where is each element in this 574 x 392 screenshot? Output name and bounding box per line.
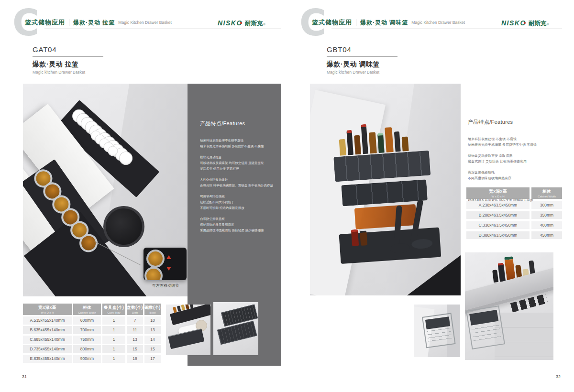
table-header-cell: 盘数(个)Dish [127,304,143,315]
brand-logo: NISKO 耐斯克 ® [218,19,265,28]
photo-pan [103,206,144,247]
photo-chrome-basket [466,305,505,349]
brand-logo-latin: NISKO [218,19,243,27]
features-heading: 产品特点/Features [200,120,279,127]
spec-cell: 1 [102,336,125,344]
spec-cell: 400mm [531,221,562,229]
spec-cell: 13 [144,326,161,334]
spec-cell: 800mm [73,345,101,353]
thumb-photo-left-2 [213,302,258,355]
product-name-cn: 爆款·灵动 拉篮 [33,60,103,69]
header-divider [356,19,356,26]
spec-cell: 17 [144,355,161,363]
page-header-left: 篮式储物应用 爆款·灵动 拉篮 Magic Kitchen Drawer Bas… [25,18,172,27]
thumb-photo-right-large [465,252,553,360]
feature-group: 模块化灵动组合 可移动底板及碗碟架 均可独立使用 且随意提取 灵活多变 使用方便… [200,154,279,172]
table-header-cell: 柜体Cabinet Width [73,304,101,315]
model-code: GAT04 [33,45,103,54]
spec-cell: 13 [127,336,143,344]
spec-cell: B.635x455x140mm [23,326,72,334]
photo-organizer-box [333,151,430,182]
photo-sauce-bottle [351,229,359,246]
header-rule [44,29,281,29]
logo-red-dot [524,22,526,24]
table-header-cell: 柜体Cabinet Width [531,187,562,199]
spec-cell: 300mm [531,201,562,209]
table-header-cell: 餐具盒(个)Cutly Tray [102,304,125,315]
product-name-en: Magic kitchen Drawer Basket [327,70,397,75]
thumb-photo-right-small [414,305,460,357]
spec-cell: D.735x455x140mm [23,345,72,353]
feature-group: 纳米科技表面处理 不生锈 不腐蚀 纳米表面光滑手感细腻 多层防护不生锈 不腐蚀 [468,136,563,148]
arrow-down-icon [166,267,171,271]
header-category: 篮式储物应用 [312,18,352,27]
page-number-left: 31 [22,374,27,379]
page-header-right: 篮式储物应用 爆款·灵动 调味篮 Magic Kitchen Drawer Ba… [312,18,465,27]
main-photo-right [310,84,461,295]
left-spec-table: 宽x深x高W x D x H 柜体Cabinet Width 餐具盒(个)Cut… [23,304,161,363]
brand-logo: NISKO 耐斯克 ® [501,19,549,28]
spec-cell: B.288x463.5x450mm [466,211,530,219]
header-divider [69,19,69,26]
title-rule [33,56,103,57]
product-title-left: GAT04 爆款·灵动 拉篮 Magic kitchen Drawer Bask… [33,45,103,75]
spec-cell: 10 [144,316,161,325]
spec-cell: D.388x463.5x450mm [466,231,530,239]
arrow-up-icon [166,255,171,259]
photo-spice-basket [331,118,442,272]
product-name-en: Magic kitchen Drawer Basket [33,70,103,75]
header-subtitle-en: Magic Kitchen Drawer Basket [118,20,172,25]
main-photo-left: 可左右移动调节 [23,84,188,296]
spec-cell: A.238x463.5x450mm [466,201,530,209]
spec-cell: 15 [127,345,143,353]
spec-cell: 7 [127,316,143,325]
table-header-cell: 宽x深x高W x D x H [23,304,72,315]
brand-logo-cn: 耐斯克 [245,20,263,28]
spec-cell: 19 [127,355,143,363]
page-number-right: 32 [556,374,561,379]
product-title-right: GBT04 爆款·灵动 调味篮 Magic kitchen Drawer Bas… [327,45,397,75]
spec-cell: 1 [102,326,125,334]
spec-cell: 15 [144,345,161,353]
header-subtitle-cn: 爆款·灵动 调味篮 [360,19,408,27]
spec-cell: E.835x455x140mm [23,355,72,363]
inset-caption: 可左右移动调节 [137,283,188,288]
catalog-spread: C 篮式储物应用 爆款·灵动 拉篮 Magic Kitchen Drawer B… [0,0,574,392]
feature-group: 储物盒灵动提取方便 拿取清洗 魔盒式设计 灵动组合 让收纳更便捷实用 [468,153,563,164]
product-name-cn: 爆款·灵动 调味篮 [327,60,397,69]
spec-cell: 750mm [73,336,101,344]
brand-logo-latin: NISKO [501,19,526,27]
header-subtitle-cn: 爆款·灵动 拉篮 [73,19,115,27]
photo-chrome-basket [422,313,456,348]
spec-cell: 1 [102,345,125,353]
spec-cell: 450mm [531,231,562,239]
right-spec-table: 宽x深x高W x D x H 柜体Cabinet Width A.238x463… [466,187,562,239]
spec-cell: A.535x455x140mm [23,316,72,325]
brand-logo-reg: ® [547,23,549,26]
header-rule [331,29,562,29]
spec-cell: 1 [102,355,125,363]
photo-bottle-amber [354,204,417,229]
spec-cell: 11 [127,326,143,334]
brand-logo-cn: 耐斯克 [529,20,547,28]
photo-shape-rack [217,321,257,345]
spec-cell: C.685x455x140mm [23,336,72,344]
spec-cell: C.338x463.5x450mm [466,221,530,229]
spec-cell: 1 [102,316,125,325]
feature-group: 人性化分区收纳设计 合理分区 科学收纳碗碟架、置物盒 集中收纳分类存放 [200,177,279,188]
table-header-cell: 碗数(个)Bowl [144,304,161,315]
inset-jar [144,267,163,280]
features-heading: 产品特点/Features [468,119,563,126]
header-subtitle-en: Magic Kitchen Drawer Basket [411,20,465,25]
title-rule [327,56,397,57]
photo-sauce-bottle [360,230,367,246]
spec-cell: 900mm [73,355,101,363]
photo-organizer-box [341,179,428,206]
thumb-photo-left-1 [166,305,210,355]
header-category: 篮式储物应用 [25,18,65,27]
feature-group: 自带防尘滑轨盖板 保护滑轨的质量及顺滑度 采用品牌缓冲隐藏滑轨 推拉轻柔 减少碗… [200,216,279,233]
inset-jar [146,250,165,268]
photo-bottles [338,118,434,156]
detail-inset-photo [144,248,187,280]
feature-group: 高深盒体低矮瓶托 不同高度调味瓶收纳井然有序 [468,170,563,181]
